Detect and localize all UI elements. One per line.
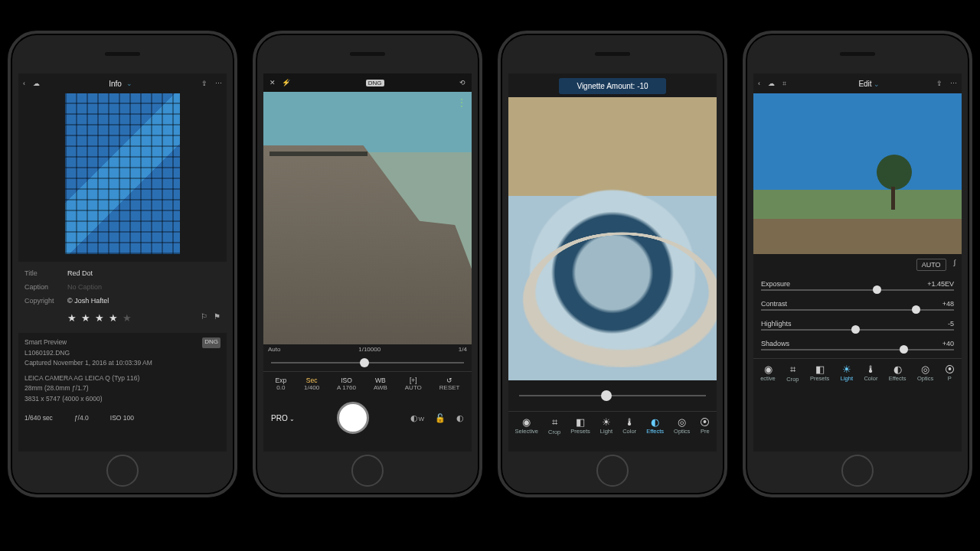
rating-stars[interactable]: ★ ★ ★ ★ ★ ⚐ ⚑ <box>24 308 220 328</box>
photo-canvas-effects[interactable] <box>508 97 717 380</box>
star-icon[interactable]: ★ <box>109 312 118 324</box>
smart-preview-label: Smart Preview <box>24 337 67 348</box>
p-icon: ⦿ <box>945 364 955 375</box>
cam-ctl-↺[interactable]: ↺RESET <box>439 377 460 391</box>
star-icon[interactable]: ★ <box>95 312 104 324</box>
vignette-slider[interactable] <box>508 380 717 411</box>
optics-icon: ◎ <box>674 416 690 428</box>
view-mode-dropdown[interactable]: Info <box>109 80 132 88</box>
tool-effects[interactable]: ◐Effects <box>889 364 906 383</box>
caption-placeholder[interactable]: No Caption <box>67 283 102 291</box>
format-badge[interactable]: DNG <box>366 80 384 86</box>
star-icon[interactable]: ★ <box>67 312 77 324</box>
tool-color[interactable]: 🌡Color <box>864 364 877 383</box>
auto-button[interactable]: AUTO <box>916 259 946 271</box>
close-icon[interactable]: ✕ <box>270 79 276 86</box>
exif-dimensions: 3831 x 5747 (4000 x 6000) <box>24 394 220 405</box>
tool-optics[interactable]: ◎Optics <box>674 416 690 435</box>
effects-icon: ◐ <box>889 364 906 375</box>
tool-light[interactable]: ☀Light <box>600 416 612 435</box>
scale-slow: 1/4 <box>459 346 467 353</box>
tool-p[interactable]: ⦿P <box>945 364 955 383</box>
photo-preview[interactable] <box>18 93 227 262</box>
cloud-icon[interactable]: ☁ <box>768 80 775 88</box>
photo-canvas-edit[interactable] <box>753 93 962 254</box>
tool-effects[interactable]: ◐Effects <box>646 416 664 435</box>
edit-toolbar-effects: ◉Selective⌗Crop◧Presets☀Light🌡Color◐Effe… <box>508 411 717 437</box>
tool-presets[interactable]: ◧Presets <box>810 364 829 383</box>
viewfinder[interactable]: ⋮ <box>263 92 472 344</box>
color-icon: 🌡 <box>622 416 636 428</box>
light-icon: ☀ <box>841 364 853 375</box>
exif-shutter: 1/640 sec <box>24 414 53 422</box>
slider-highlights[interactable]: Highlights-5 <box>761 317 954 331</box>
back-icon[interactable]: ‹ <box>758 80 760 88</box>
star-icon[interactable]: ★ <box>81 312 90 324</box>
cloud-icon[interactable]: ☁ <box>33 80 40 87</box>
tool-color[interactable]: 🌡Color <box>622 416 636 435</box>
flash-off-icon[interactable]: ⚡̸ <box>282 79 290 86</box>
caption-label: Caption <box>24 283 67 291</box>
slider-exposure[interactable]: Exposure+1.45EV <box>761 277 954 291</box>
filter-icon[interactable]: ◐ <box>456 413 464 423</box>
light-icon: ☀ <box>600 416 612 428</box>
tool-pre[interactable]: ⦿Pre <box>700 416 710 435</box>
topbar: ‹ ☁ Info ⇪ ⋯ <box>18 73 227 93</box>
exif-aperture: ƒ/4.0 <box>74 414 89 422</box>
view-mode-dropdown[interactable]: Edit <box>858 80 879 88</box>
switch-camera-icon[interactable]: ⟲ <box>459 79 466 86</box>
wb-icon[interactable]: ◐W <box>410 413 424 423</box>
phone-info: ‹ ☁ Info ⇪ ⋯ TitleRed Dot CaptionNo Capt… <box>8 31 237 497</box>
tone-curve-icon[interactable]: ∫ <box>954 259 956 271</box>
presets-icon: ◧ <box>810 364 829 375</box>
scale-auto: Auto <box>268 346 280 353</box>
star-icon[interactable]: ★ <box>122 312 132 324</box>
crop-icon[interactable]: ⌗ <box>782 80 786 88</box>
pick-flag-icon[interactable]: ⚑ <box>214 312 220 324</box>
tool-light[interactable]: ☀Light <box>841 364 853 383</box>
share-icon[interactable]: ⇪ <box>201 80 207 87</box>
tool-crop[interactable]: ⌗Crop <box>786 364 799 383</box>
tool-selective[interactable]: ◉Selective <box>515 416 538 435</box>
vignette-banner: Vignette Amount: -10 <box>559 78 666 94</box>
phone-effects: Vignette Amount: -10 ◉Selective⌗Crop◧Pre… <box>498 31 727 497</box>
cam-ctl-wb[interactable]: WBAWB <box>374 377 387 391</box>
slider-contrast[interactable]: Contrast+48 <box>761 297 954 311</box>
exif-iso: ISO 100 <box>110 414 134 422</box>
camera-controls: Exp0.0Sec1/400ISOA 1760WBAWB[+]AUTO↺RESE… <box>263 371 472 396</box>
back-icon[interactable]: ‹ <box>23 80 25 87</box>
title-label: Title <box>24 269 67 277</box>
more-icon[interactable]: ⋯ <box>215 80 222 87</box>
menu-icon[interactable]: ⋮ <box>456 96 467 109</box>
copyright-value[interactable]: © Josh Haftel <box>67 297 109 305</box>
tool-ective[interactable]: ◉ective <box>760 364 776 383</box>
cam-ctl-iso[interactable]: ISOA 1760 <box>337 377 356 391</box>
reject-flag-icon[interactable]: ⚐ <box>201 312 207 324</box>
exif-camera: LEICA CAMERA AG LEICA Q (Typ 116) <box>24 373 220 384</box>
edit-topbar: ‹ ☁ ⌗ Edit ⇪ ⋯ <box>753 73 962 93</box>
crop-icon: ⌗ <box>786 364 799 376</box>
dng-badge: DNG <box>202 337 220 348</box>
effects-icon: ◐ <box>646 416 664 428</box>
copyright-label: Copyright <box>24 297 67 305</box>
lock-icon[interactable]: 🔓 <box>435 413 446 423</box>
title-value[interactable]: Red Dot <box>67 269 93 277</box>
pre-icon: ⦿ <box>700 416 710 428</box>
ective-icon: ◉ <box>760 364 776 375</box>
share-icon[interactable]: ⇪ <box>936 80 942 87</box>
tool-optics[interactable]: ◎Optics <box>917 364 933 383</box>
mode-pro[interactable]: PRO ⌄ <box>271 414 295 422</box>
tool-presets[interactable]: ◧Presets <box>570 416 590 435</box>
tool-crop[interactable]: ⌗Crop <box>548 416 560 435</box>
cam-ctl-sec[interactable]: Sec1/400 <box>304 377 319 391</box>
cam-ctl-[+][interactable]: [+]AUTO <box>405 377 422 391</box>
shutter-slider[interactable] <box>263 354 472 371</box>
camera-topbar: ✕ ⚡̸ DNG ⟲ <box>263 73 472 92</box>
more-icon[interactable]: ⋯ <box>950 80 957 87</box>
slider-shadows[interactable]: Shadows+40 <box>761 337 954 350</box>
color-icon: 🌡 <box>864 364 877 375</box>
cam-ctl-exp[interactable]: Exp0.0 <box>275 377 286 391</box>
shutter-button[interactable] <box>337 402 369 434</box>
exif-captured: Captured November 1, 2016 at 10:03:39 AM <box>24 358 220 369</box>
edit-toolbar-light: ◉ective⌗Crop◧Presets☀Light🌡Color◐Effects… <box>753 358 962 384</box>
